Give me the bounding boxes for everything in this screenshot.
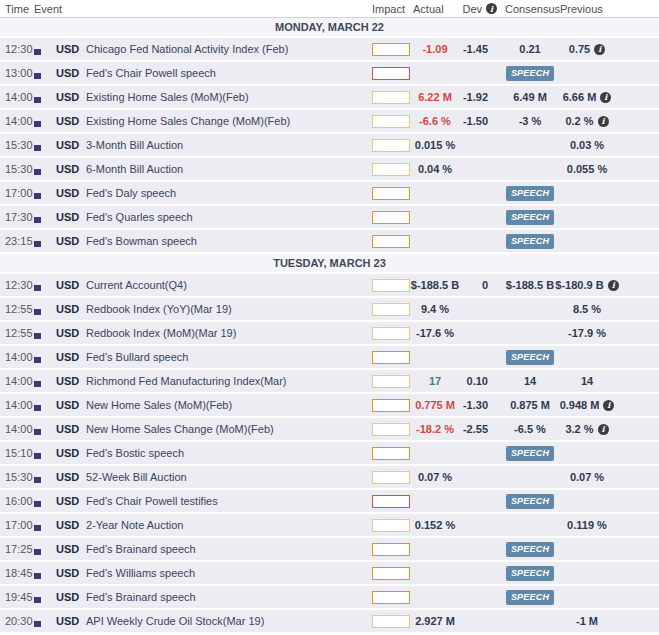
actual-value: 17 [429, 375, 441, 387]
table-row[interactable]: 17:25 USD Fed's Brainard speech SPEECH [0, 538, 659, 562]
consensus-value: 14 [524, 375, 536, 387]
currency-label: USD [56, 471, 86, 483]
impact-bar [372, 91, 410, 104]
speech-badge: SPEECH [506, 66, 554, 81]
impact-bar [372, 67, 410, 80]
impact-bar [372, 399, 410, 412]
time-cell: 12:55 [0, 327, 34, 339]
actual-value: $-188.5 B [411, 279, 459, 291]
previous-value: 3.2 % [565, 423, 593, 435]
event-title: Current Account(Q4) [86, 279, 368, 291]
previous-value: 0.2 % [565, 115, 593, 127]
table-row[interactable]: 17:30 USD Fed's Quarles speech SPEECH [0, 206, 659, 230]
actual-value: 0.04 % [418, 163, 452, 175]
impact-bar [372, 43, 410, 56]
impact-bar [372, 447, 410, 460]
currency-label: USD [56, 43, 86, 55]
currency-label: USD [56, 519, 86, 531]
currency-label: USD [56, 351, 86, 363]
currency-label: USD [56, 211, 86, 223]
info-icon[interactable]: i [598, 116, 609, 127]
time-cell: 14:00 [0, 351, 34, 363]
time-cell: 13:00 [0, 67, 34, 79]
previous-value: 0.055 % [567, 163, 607, 175]
currency-label: USD [56, 615, 86, 627]
actual-value: -1.09 [422, 43, 447, 55]
previous-value: $-180.9 B [555, 279, 603, 291]
time-cell: 17:00 [0, 187, 34, 199]
time-cell: 23:15 [0, 235, 34, 247]
dev-value: -1.45 [458, 43, 488, 55]
column-header-impact: Impact [368, 3, 412, 15]
time-cell: 15:30 [0, 163, 34, 175]
currency-label: USD [56, 91, 86, 103]
dev-info-icon[interactable]: i [486, 3, 497, 14]
table-row[interactable]: 12:55 USD Redbook Index (YoY)(Mar 19) 9.… [0, 298, 659, 322]
table-row[interactable]: 18:45 USD Fed's Williams speech SPEECH [0, 562, 659, 586]
dev-value: 0.10 [458, 375, 488, 387]
speech-badge: SPEECH [506, 566, 554, 581]
event-title: Fed's Williams speech [86, 567, 368, 579]
currency-label: USD [56, 279, 86, 291]
column-header-event: Event [34, 3, 368, 15]
event-title: Fed's Bullard speech [86, 351, 368, 363]
info-icon[interactable]: i [594, 44, 605, 55]
info-icon[interactable]: i [600, 92, 611, 103]
consensus-value: 0.21 [519, 43, 540, 55]
time-cell: 15:10 [0, 447, 34, 459]
event-title: New Home Sales (MoM)(Feb) [86, 399, 368, 411]
table-row[interactable]: 14:00 USD New Home Sales (MoM)(Feb) 0.77… [0, 394, 659, 418]
table-row[interactable]: 15:30 USD 3-Month Bill Auction 0.015 % 0… [0, 134, 659, 158]
currency-label: USD [56, 303, 86, 315]
table-row[interactable]: 16:00 USD Fed's Chair Powell testifies S… [0, 490, 659, 514]
table-row[interactable]: 13:00 USD Fed's Chair Powell speech SPEE… [0, 62, 659, 86]
column-header-consensus: Consensus [504, 3, 556, 15]
table-row[interactable]: 12:30 USD Chicago Fed National Activity … [0, 38, 659, 62]
previous-value: 0.03 % [570, 139, 604, 151]
column-header-actual: Actual [412, 3, 458, 15]
event-title: Fed's Brainard speech [86, 591, 368, 603]
table-row[interactable]: 20:30 USD API Weekly Crude Oil Stock(Mar… [0, 610, 659, 634]
impact-bar [372, 543, 410, 556]
dev-value: -2.55 [458, 423, 488, 435]
currency-label: USD [56, 67, 86, 79]
column-header-dev: Dev [462, 3, 482, 15]
event-title: Richmond Fed Manufacturing Index(Mar) [86, 375, 368, 387]
info-icon[interactable]: i [603, 400, 614, 411]
currency-label: USD [56, 163, 86, 175]
info-icon[interactable]: i [598, 424, 609, 435]
actual-value: -18.2 % [416, 423, 454, 435]
table-row[interactable]: 14:00 USD Fed's Bullard speech SPEECH [0, 346, 659, 370]
previous-value: 0.948 M [560, 399, 600, 411]
impact-bar [372, 615, 410, 628]
event-title: 6-Month Bill Auction [86, 163, 368, 175]
table-row[interactable]: 17:00 USD 2-Year Note Auction 0.152 % 0.… [0, 514, 659, 538]
impact-bar [372, 163, 410, 176]
table-row[interactable]: 14:00 USD Richmond Fed Manufacturing Ind… [0, 370, 659, 394]
speech-badge: SPEECH [506, 186, 554, 201]
previous-value: 0.07 % [570, 471, 604, 483]
event-title: 52-Week Bill Auction [86, 471, 368, 483]
table-row[interactable]: 15:30 USD 52-Week Bill Auction 0.07 % 0.… [0, 466, 659, 490]
currency-label: USD [56, 591, 86, 603]
previous-value: 0.119 % [567, 519, 607, 531]
table-row[interactable]: 15:10 USD Fed's Bostic speech SPEECH [0, 442, 659, 466]
table-row[interactable]: 17:00 USD Fed's Daly speech SPEECH [0, 182, 659, 206]
column-header-previous: Previous [556, 3, 618, 15]
table-row[interactable]: 15:30 USD 6-Month Bill Auction 0.04 % 0.… [0, 158, 659, 182]
time-cell: 14:00 [0, 399, 34, 411]
table-row[interactable]: 14:00 USD New Home Sales Change (MoM)(Fe… [0, 418, 659, 442]
column-header-time: Time [0, 3, 34, 15]
dev-value: -1.92 [458, 91, 488, 103]
previous-value: -17.9 % [568, 327, 606, 339]
table-row[interactable]: 12:55 USD Redbook Index (MoM)(Mar 19) -1… [0, 322, 659, 346]
table-row[interactable]: 23:15 USD Fed's Bowman speech SPEECH [0, 230, 659, 254]
table-row[interactable]: 14:00 USD Existing Home Sales Change (Mo… [0, 110, 659, 134]
time-cell: 16:00 [0, 495, 34, 507]
actual-value: 0.152 % [415, 519, 455, 531]
info-icon[interactable]: i [608, 280, 619, 291]
table-row[interactable]: 19:45 USD Fed's Brainard speech SPEECH [0, 586, 659, 610]
table-row[interactable]: 12:30 USD Current Account(Q4) $-188.5 B … [0, 274, 659, 298]
table-row[interactable]: 14:00 USD Existing Home Sales (MoM)(Feb)… [0, 86, 659, 110]
impact-bar [372, 495, 410, 508]
